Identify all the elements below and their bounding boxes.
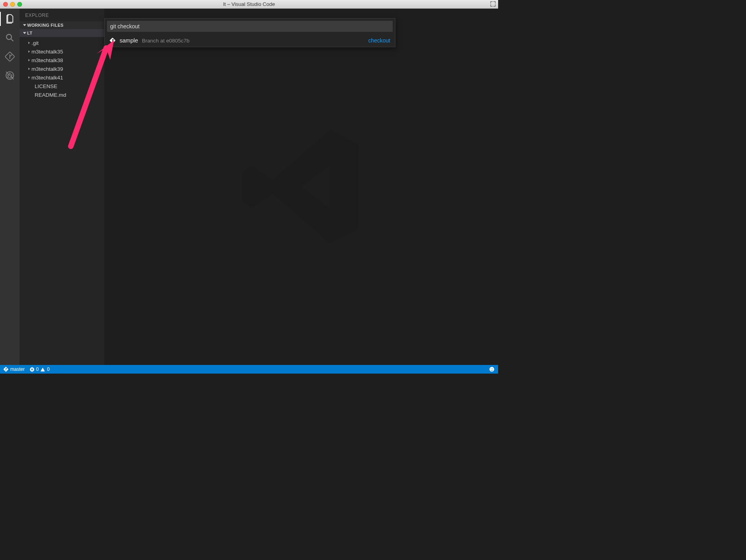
tree-folder[interactable]: m3techtalk35 bbox=[20, 47, 104, 56]
status-feedback[interactable] bbox=[489, 366, 495, 372]
tree-folder[interactable]: m3techtalk41 bbox=[20, 73, 104, 82]
git-activity[interactable] bbox=[4, 50, 16, 63]
svg-point-9 bbox=[492, 368, 493, 369]
project-section[interactable]: LT bbox=[20, 29, 104, 37]
smiley-icon bbox=[489, 366, 495, 372]
window-title: lt – Visual Studio Code bbox=[0, 1, 498, 7]
git-branch-icon bbox=[5, 52, 15, 62]
error-count: 0 bbox=[36, 367, 39, 372]
search-icon bbox=[5, 33, 15, 43]
tree-label: LICENSE bbox=[35, 83, 57, 89]
debug-activity[interactable] bbox=[4, 69, 16, 82]
window-controls bbox=[3, 2, 22, 7]
command-palette: sample Branch at e0805c7b checkout bbox=[104, 18, 395, 47]
tree-file[interactable]: README.md bbox=[20, 90, 104, 99]
chevron-right-icon bbox=[28, 42, 30, 44]
chevron-right-icon bbox=[28, 59, 30, 61]
svg-point-7 bbox=[489, 367, 494, 372]
command-palette-input[interactable] bbox=[107, 21, 393, 32]
chevron-down-icon bbox=[23, 24, 26, 26]
files-icon bbox=[5, 14, 15, 24]
tree-label: m3techtalk39 bbox=[31, 66, 63, 72]
chevron-right-icon bbox=[28, 76, 30, 79]
editor-area bbox=[104, 9, 498, 365]
search-activity[interactable] bbox=[4, 31, 16, 44]
zoom-window-button[interactable] bbox=[17, 2, 22, 7]
minimize-window-button[interactable] bbox=[10, 2, 15, 7]
git-branch-icon bbox=[3, 367, 9, 372]
git-branch-icon bbox=[109, 37, 116, 44]
tree-label: .git bbox=[31, 40, 39, 46]
error-icon bbox=[30, 367, 35, 372]
tree-folder[interactable]: .git bbox=[20, 39, 104, 47]
tree-label: README.md bbox=[35, 92, 66, 98]
svg-point-8 bbox=[491, 368, 491, 369]
project-label: LT bbox=[27, 31, 32, 35]
working-files-label: WORKING FILES bbox=[27, 23, 64, 28]
titlebar: lt – Visual Studio Code bbox=[0, 0, 498, 9]
palette-result-row[interactable]: sample Branch at e0805c7b checkout bbox=[105, 34, 395, 47]
tree-label: m3techtalk35 bbox=[31, 49, 63, 55]
close-window-button[interactable] bbox=[3, 2, 8, 7]
explorer-activity[interactable] bbox=[4, 13, 16, 25]
bug-icon bbox=[5, 70, 15, 81]
activity-bar bbox=[0, 9, 20, 365]
working-files-section[interactable]: WORKING FILES bbox=[20, 21, 104, 29]
tree-file[interactable]: LICENSE bbox=[20, 82, 104, 90]
explorer-sidebar: EXPLORE WORKING FILES LT .git m3techtalk… bbox=[20, 9, 104, 365]
chevron-down-icon bbox=[23, 32, 26, 34]
sidebar-title: EXPLORE bbox=[20, 9, 104, 21]
tree-label: m3techtalk38 bbox=[31, 57, 63, 63]
svg-point-0 bbox=[6, 34, 11, 39]
vscode-logo-watermark bbox=[231, 116, 372, 258]
result-action[interactable]: checkout bbox=[368, 37, 390, 44]
status-problems[interactable]: 0 0 bbox=[30, 367, 50, 372]
chevron-right-icon bbox=[28, 50, 30, 53]
file-tree: .git m3techtalk35 m3techtalk38 m3techtal… bbox=[20, 37, 104, 101]
status-git-branch[interactable]: master bbox=[3, 367, 25, 372]
tree-folder[interactable]: m3techtalk39 bbox=[20, 64, 104, 73]
status-bar: master 0 0 bbox=[0, 365, 498, 374]
branch-name: master bbox=[10, 367, 25, 372]
fullscreen-icon[interactable] bbox=[490, 1, 496, 7]
warning-count: 0 bbox=[47, 367, 50, 372]
tree-label: m3techtalk41 bbox=[31, 75, 63, 81]
tree-folder[interactable]: m3techtalk38 bbox=[20, 56, 104, 64]
warning-icon bbox=[40, 367, 45, 372]
result-secondary: Branch at e0805c7b bbox=[142, 38, 190, 44]
result-primary: sample bbox=[120, 37, 138, 44]
chevron-right-icon bbox=[28, 68, 30, 70]
